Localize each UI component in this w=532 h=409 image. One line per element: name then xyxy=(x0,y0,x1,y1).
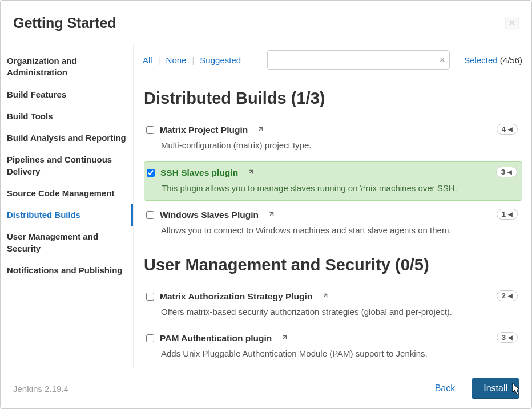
plugin-list[interactable]: Distributed Builds (1/3)Matrix Project P… xyxy=(134,76,531,368)
plugin-checkbox[interactable] xyxy=(146,126,154,134)
modal-header: Getting Started × xyxy=(1,1,531,43)
filter-suggested-link[interactable]: Suggested xyxy=(200,55,241,65)
external-link-icon[interactable] xyxy=(280,335,287,342)
selected-count-value: (4/56) xyxy=(500,55,522,65)
section-heading: Distributed Builds (1/3) xyxy=(144,89,522,108)
filter-all-link[interactable]: All xyxy=(143,55,152,65)
chevron-left-icon: ◀ xyxy=(508,334,513,341)
sidebar-item-distributed-builds[interactable]: Distributed Builds xyxy=(1,204,133,226)
close-button[interactable]: × xyxy=(505,17,519,30)
modal-footer: Jenkins 2.19.4 Back Install xyxy=(1,368,531,408)
plugin-description: Multi-configuration (matrix) project typ… xyxy=(161,140,518,151)
search-wrapper: × xyxy=(267,50,450,70)
chevron-left-icon: ◀ xyxy=(507,169,512,175)
plugin-item[interactable]: Windows Slaves PluginAllows you to conne… xyxy=(144,204,522,243)
external-link-icon[interactable] xyxy=(267,212,274,218)
sidebar: Organization and AdministrationBuild Fea… xyxy=(1,43,133,368)
sidebar-item-source-code-management[interactable]: Source Code Management xyxy=(1,183,133,204)
dependency-badge[interactable]: 1 ◀ xyxy=(497,209,518,220)
plugin-checkbox[interactable] xyxy=(146,334,154,342)
plugin-name: SSH Slaves plugin xyxy=(160,168,238,178)
sidebar-item-build-features[interactable]: Build Features xyxy=(1,84,133,106)
plugin-description: Adds Unix Pluggable Authentication Modul… xyxy=(161,348,518,359)
plugin-name: PAM Authentication plugin xyxy=(160,333,272,343)
plugin-item[interactable]: PAM Authentication pluginAdds Unix Plugg… xyxy=(144,327,522,366)
search-clear-icon[interactable]: × xyxy=(440,54,446,66)
plugin-name: Windows Slaves Plugin xyxy=(160,210,259,220)
selected-link[interactable]: Selected xyxy=(464,55,497,65)
plugin-name: Matrix Authorization Strategy Plugin xyxy=(160,291,312,302)
plugin-item[interactable]: SSH Slaves pluginThis plugin allows you … xyxy=(144,161,522,201)
dependency-badge[interactable]: 3 ◀ xyxy=(496,167,517,177)
external-link-icon[interactable] xyxy=(247,169,253,176)
search-input[interactable] xyxy=(267,50,450,70)
sidebar-item-pipelines-and-continuous-delivery[interactable]: Pipelines and Continuous Delivery xyxy=(1,149,133,183)
plugin-description: This plugin allows you to manage slaves … xyxy=(162,183,517,194)
plugin-description: Allows you to connect to Windows machine… xyxy=(161,225,518,236)
dependency-badge[interactable]: 3 ◀ xyxy=(497,332,518,343)
plugin-description: Offers matrix-based security authorizati… xyxy=(161,306,518,318)
sidebar-item-user-management-and-security[interactable]: User Management and Security xyxy=(1,226,133,260)
back-button[interactable]: Back xyxy=(424,378,467,399)
sidebar-item-organization-and-administration[interactable]: Organization and Administration xyxy=(1,50,133,84)
chevron-left-icon: ◀ xyxy=(508,293,513,299)
page-title: Getting Started xyxy=(13,15,116,31)
plugin-item[interactable]: Matrix Project PluginMulti-configuration… xyxy=(144,119,522,158)
install-button[interactable]: Install xyxy=(472,378,519,399)
plugin-checkbox[interactable] xyxy=(146,211,154,219)
plugin-checkbox[interactable] xyxy=(147,169,155,177)
main-panel: All | None | Suggested × Selected (4/56)… xyxy=(133,43,531,368)
sidebar-item-notifications-and-publishing[interactable]: Notifications and Publishing xyxy=(1,260,133,281)
chevron-left-icon: ◀ xyxy=(508,126,513,132)
modal-body: Organization and AdministrationBuild Fea… xyxy=(1,43,531,368)
dependency-badge[interactable]: 4 ◀ xyxy=(497,124,518,135)
plugin-item[interactable]: Matrix Authorization Strategy PluginOffe… xyxy=(144,286,522,325)
plugin-checkbox[interactable] xyxy=(146,293,154,301)
section-heading: User Management and Security (0/5) xyxy=(144,256,522,274)
chevron-left-icon: ◀ xyxy=(508,211,513,217)
filter-none-link[interactable]: None xyxy=(166,55,187,65)
plugin-name: Matrix Project Plugin xyxy=(160,125,248,135)
jenkins-version: Jenkins 2.19.4 xyxy=(13,384,68,394)
toolbar: All | None | Suggested × Selected (4/56) xyxy=(134,43,531,76)
dependency-badge[interactable]: 2 ◀ xyxy=(497,290,518,301)
sidebar-item-build-analysis-and-reporting[interactable]: Build Analysis and Reporting xyxy=(1,127,133,149)
selected-count: Selected (4/56) xyxy=(464,55,522,65)
setup-wizard-modal: Getting Started × Organization and Admin… xyxy=(0,0,532,409)
external-link-icon[interactable] xyxy=(321,293,328,300)
sidebar-item-build-tools[interactable]: Build Tools xyxy=(1,106,133,127)
external-link-icon[interactable] xyxy=(256,127,263,133)
